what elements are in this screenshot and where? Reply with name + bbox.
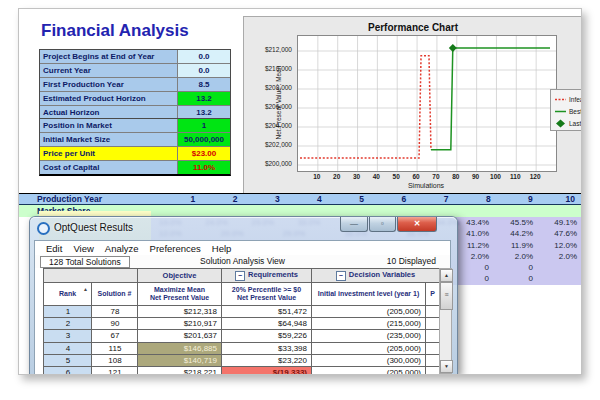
market-share-cell: 12.0% bbox=[537, 240, 581, 251]
requirement-cell: $64,948 bbox=[222, 318, 312, 330]
production-year-label: Production Year bbox=[37, 194, 102, 205]
maximize-button[interactable]: ▫ bbox=[369, 217, 396, 232]
chart-plot-area bbox=[297, 35, 557, 172]
optquest-window-body: EditViewAnalyzePreferencesHelp 128 Total… bbox=[34, 240, 451, 375]
production-year-cell: 5 bbox=[328, 194, 370, 205]
menu-item-view[interactable]: View bbox=[73, 243, 93, 254]
scroll-up-arrow[interactable]: ▲ bbox=[440, 269, 453, 282]
vertical-scrollbar[interactable]: ▲ ≡ ▼ bbox=[439, 268, 452, 374]
rank-cell: 3 bbox=[44, 330, 92, 342]
legend-label: Best bbox=[569, 108, 582, 115]
menu-item-analyze[interactable]: Analyze bbox=[105, 243, 139, 254]
x-tick-label: 90 bbox=[466, 173, 486, 180]
group-header-requirements[interactable]: −Requirements bbox=[222, 269, 312, 283]
table-row[interactable]: 367$201,637$59,226(235,000) bbox=[44, 330, 440, 342]
production-year-columns: 12345678910 bbox=[159, 194, 581, 205]
chart-x-axis-label: Simulations bbox=[297, 182, 555, 189]
market-share-cell: 0 bbox=[493, 273, 537, 284]
overflow-cell bbox=[426, 366, 440, 375]
model-inputs-table: Position in Market1Initial Market Size50… bbox=[39, 118, 231, 176]
collapse-icon[interactable]: − bbox=[336, 271, 346, 281]
requirement-cell: $59,226 bbox=[222, 330, 312, 342]
production-year-row: Production Year 12345678910 bbox=[19, 193, 581, 205]
cell-label: Price per Unit bbox=[40, 147, 177, 160]
scroll-down-arrow[interactable]: ▼ bbox=[440, 360, 453, 373]
cell-label: Initial Market Size bbox=[40, 133, 177, 146]
requirement-cell: $33,398 bbox=[222, 342, 312, 354]
y-tick-label: $208,000 bbox=[246, 84, 292, 91]
market-share-cell bbox=[537, 262, 581, 273]
optquest-titlebar[interactable]: OptQuest Results — ▫ ✕ bbox=[30, 217, 457, 240]
x-tick-label: 100 bbox=[485, 173, 505, 180]
rank-cell: 4 bbox=[44, 342, 92, 354]
group-header-decision-variables[interactable]: −Decision Variables bbox=[312, 269, 440, 283]
market-share-cell: 2.0% bbox=[493, 251, 537, 262]
solution-cell: 90 bbox=[92, 318, 138, 330]
column-header-requirement[interactable]: 20% Percentile >= $0Net Present Value bbox=[222, 283, 312, 306]
market-share-cell: 2.0% bbox=[537, 251, 581, 262]
requirement-cell: $51,472 bbox=[222, 306, 312, 318]
menu-item-help[interactable]: Help bbox=[212, 243, 232, 254]
column-header-objective[interactable]: Maximize MeanNet Present Value bbox=[138, 283, 222, 306]
production-year-cell: 2 bbox=[201, 194, 243, 205]
chart-title: Performance Chart bbox=[244, 22, 582, 33]
sort-ascending-icon: ▲ bbox=[83, 285, 88, 293]
overflow-cell bbox=[426, 306, 440, 318]
x-tick-label: 10 bbox=[307, 173, 327, 180]
overflow-cell bbox=[426, 330, 440, 342]
requirement-cell: $23,220 bbox=[222, 354, 312, 366]
scrollbar-thumb[interactable]: ≡ bbox=[440, 282, 453, 310]
collapse-icon[interactable]: − bbox=[235, 271, 245, 281]
table-group-header-row: Objective −Requirements −Decision Variab… bbox=[44, 269, 440, 283]
optquest-window: OptQuest Results — ▫ ✕ EditViewAnalyzePr… bbox=[29, 216, 458, 375]
close-button[interactable]: ✕ bbox=[397, 217, 437, 232]
cell-value[interactable]: 1 bbox=[177, 119, 230, 132]
solution-cell: 121 bbox=[92, 366, 138, 375]
market-share-cell: 0 bbox=[493, 262, 537, 273]
table-row[interactable]: 178$212,318$51,472(205,000) bbox=[44, 306, 440, 318]
menu-item-edit[interactable]: Edit bbox=[46, 243, 62, 254]
sheet-row: Project Begins at End of Year0.0 bbox=[40, 50, 230, 63]
cell-label: Position in Market bbox=[40, 119, 177, 132]
column-header-overflow: P bbox=[426, 283, 440, 306]
cell-value[interactable]: $23.00 bbox=[177, 147, 230, 160]
x-tick-label: 70 bbox=[426, 173, 446, 180]
table-column-header-row: ▲Rank Solution # Maximize MeanNet Presen… bbox=[44, 283, 440, 306]
decision-cell: (205,000) bbox=[312, 366, 426, 375]
column-header-decision[interactable]: Initial investment level (year 1) bbox=[312, 283, 426, 306]
solution-cell: 108 bbox=[92, 354, 138, 366]
market-share-row: 11.2%11.9%12.0% bbox=[449, 240, 581, 251]
market-share-cell: 11.9% bbox=[493, 240, 537, 251]
legend-item: Best bbox=[555, 105, 582, 117]
column-header-solution[interactable]: Solution # bbox=[92, 283, 138, 306]
rank-cell: 1 bbox=[44, 306, 92, 318]
cell-value[interactable]: 50,000,000 bbox=[177, 133, 230, 146]
table-row[interactable]: 4115$146,885$33,398(205,000) bbox=[44, 342, 440, 354]
minimize-button[interactable]: — bbox=[340, 217, 368, 232]
x-tick-label: 80 bbox=[446, 173, 466, 180]
rank-cell: 6 bbox=[44, 366, 92, 375]
production-year-cell: 4 bbox=[286, 194, 328, 205]
menu-item-preferences[interactable]: Preferences bbox=[150, 243, 201, 254]
market-share-cell: 45.5% bbox=[493, 217, 537, 228]
solutions-table: Objective −Requirements −Decision Variab… bbox=[43, 268, 440, 375]
optquest-app-icon bbox=[37, 222, 50, 235]
sheet-row: Cost of Capital11.0% bbox=[40, 160, 230, 174]
table-row[interactable]: 5108$140,719$23,220(300,000) bbox=[44, 354, 440, 366]
menu-bar: EditViewAnalyzePreferencesHelp bbox=[35, 241, 450, 256]
cell-value[interactable]: 11.0% bbox=[177, 161, 230, 174]
production-year-cell: 9 bbox=[497, 194, 539, 205]
table-row[interactable]: 6121$218,221$(19,333)(205,000) bbox=[44, 366, 440, 375]
x-tick-label: 30 bbox=[347, 173, 367, 180]
y-tick-label: $204,000 bbox=[246, 122, 292, 129]
status-bar: 128 Total Solutions Solution Analysis Vi… bbox=[35, 255, 450, 268]
sheet-row: Estimated Product Horizon13.2 bbox=[40, 91, 230, 105]
market-share-row: 43.4%45.5%49.1% bbox=[449, 217, 581, 228]
objective-cell: $146,885 bbox=[138, 342, 222, 354]
column-header-rank[interactable]: ▲Rank bbox=[44, 283, 92, 306]
table-row[interactable]: 290$210,917$64,948(215,000) bbox=[44, 318, 440, 330]
group-header-empty bbox=[44, 269, 138, 283]
legend-label: Infea bbox=[569, 96, 582, 103]
rank-cell: 2 bbox=[44, 318, 92, 330]
group-header-objective: Objective bbox=[138, 269, 222, 283]
